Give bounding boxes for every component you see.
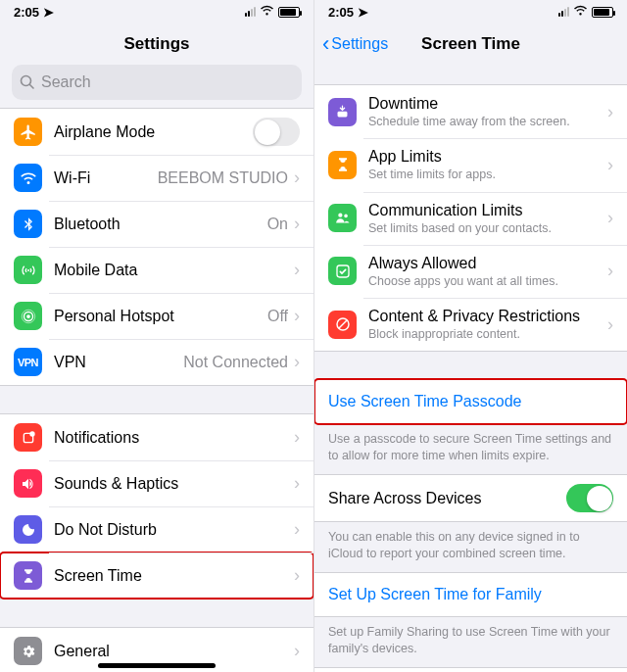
airplane-mode-row[interactable]: Airplane Mode (0, 109, 314, 155)
personal-hotspot-row[interactable]: Personal HotspotOff› (0, 293, 314, 339)
svg-rect-17 (338, 111, 348, 117)
do-not-disturb-row[interactable]: Do Not Disturb› (0, 506, 314, 552)
row-title: Sounds & Haptics (54, 474, 294, 494)
wi-fi-row[interactable]: Wi-FiBEEBOM STUDIO› (0, 155, 314, 201)
hotspot-icon (14, 302, 42, 330)
row-title: Notifications (54, 428, 294, 448)
dnd-icon (14, 515, 42, 544)
wifi-icon (14, 164, 42, 192)
location-icon: ➤ (43, 5, 54, 20)
row-title: Downtime (368, 94, 607, 114)
row-value: BEEBOM STUDIO (158, 169, 288, 187)
row-subtitle: Choose apps you want at all times. (368, 273, 607, 289)
chevron-right-icon: › (294, 306, 300, 326)
chevron-right-icon: › (294, 565, 300, 586)
toggle[interactable] (253, 118, 300, 146)
svg-point-6 (29, 431, 34, 436)
battery-icon (278, 7, 300, 18)
share-toggle[interactable] (566, 484, 613, 512)
svg-point-2 (26, 314, 30, 318)
chevron-right-icon: › (294, 519, 300, 540)
mobile-data-row[interactable]: Mobile Data› (0, 247, 314, 293)
row-title: Use Screen Time Passcode (328, 392, 613, 411)
chevron-right-icon: › (607, 314, 613, 335)
page-title: Settings (123, 34, 189, 54)
cellular-icon (245, 7, 256, 17)
row-value: On (267, 216, 288, 233)
chevron-right-icon: › (294, 260, 300, 280)
notifications-row[interactable]: Notifications› (0, 414, 314, 460)
share-across-devices-row[interactable]: Share Across Devices (314, 475, 627, 521)
chevron-right-icon: › (294, 352, 300, 372)
screen-time-row[interactable]: Screen Time› (0, 552, 314, 599)
row-subtitle: Set time limits for apps. (368, 167, 607, 182)
status-time: 2:05 (328, 5, 354, 20)
nav-bar: Settings (0, 24, 314, 65)
row-title: Share Across Devices (328, 489, 566, 508)
row-title: VPN (54, 353, 183, 372)
back-button[interactable]: ‹ Settings (322, 33, 388, 55)
app-limits-row[interactable]: App LimitsSet time limits for apps.› (314, 138, 627, 191)
search-placeholder: Search (41, 73, 91, 91)
communication-limits-row[interactable]: Communication LimitsSet limits based on … (314, 192, 627, 245)
row-value: Off (267, 308, 288, 325)
wifi-status-icon (573, 5, 588, 19)
row-title: Do Not Disturb (54, 520, 294, 540)
row-title: Always Allowed (368, 254, 607, 273)
battery-icon (592, 7, 613, 18)
chevron-right-icon: › (607, 208, 613, 228)
sounds-haptics-row[interactable]: Sounds & Haptics› (0, 460, 314, 506)
notifications-icon (14, 423, 42, 452)
row-title: Mobile Data (54, 261, 288, 280)
status-bar: 2:05➤ (314, 0, 627, 24)
chevron-right-icon: › (294, 168, 300, 188)
always-allowed-row[interactable]: Always AllowedChoose apps you want at al… (314, 245, 627, 298)
chevron-right-icon: › (607, 261, 613, 281)
applimits-icon (328, 151, 357, 179)
svg-point-19 (344, 215, 348, 218)
bluetooth-icon (14, 210, 42, 238)
setup-family-button[interactable]: Set Up Screen Time for Family (314, 573, 627, 616)
family-footer: Set up Family Sharing to use Screen Time… (314, 617, 627, 667)
turn-off-screen-time-button[interactable]: Turn Off Screen Time (314, 668, 627, 673)
downtime-row[interactable]: DowntimeSchedule time away from the scre… (314, 85, 627, 138)
chevron-right-icon: › (294, 641, 300, 661)
settings-screen: 2:05➤ Settings Search Airplane ModeWi-Fi… (0, 0, 314, 672)
vpn-row[interactable]: VPNVPNNot Connected› (0, 339, 314, 385)
cellular-icon (558, 7, 569, 17)
antenna-icon (14, 256, 42, 284)
chevron-right-icon: › (294, 427, 300, 448)
chevron-right-icon: › (294, 214, 300, 234)
use-screen-time-passcode-button[interactable]: Use Screen Time Passcode (314, 380, 627, 423)
use-passcode-row-group: Use Screen Time Passcode (314, 379, 627, 424)
row-title: Wi-Fi (54, 168, 158, 188)
status-time: 2:05 (14, 5, 39, 20)
allowed-icon (328, 257, 357, 285)
chevron-left-icon: ‹ (322, 33, 329, 55)
row-title: App Limits (368, 147, 607, 167)
back-label: Settings (331, 35, 388, 53)
search-input[interactable]: Search (12, 65, 302, 100)
nav-bar: ‹ Settings Screen Time (314, 24, 627, 65)
row-value: Not Connected (183, 354, 288, 371)
vpn-icon: VPN (14, 348, 42, 376)
page-title: Screen Time (421, 34, 520, 54)
restrict-icon (328, 311, 357, 339)
svg-line-22 (339, 320, 347, 328)
svg-line-1 (30, 85, 34, 89)
share-footer: You can enable this on any device signed… (314, 522, 627, 572)
status-bar: 2:05➤ (0, 0, 314, 24)
search-icon (20, 74, 35, 90)
row-title: Bluetooth (54, 215, 267, 234)
content-privacy-restrictions-row[interactable]: Content & Privacy RestrictionsBlock inap… (314, 298, 627, 351)
chevron-right-icon: › (607, 155, 613, 175)
row-title: General (54, 642, 294, 661)
screentime-icon (14, 561, 42, 590)
chevron-right-icon: › (294, 473, 300, 494)
row-title: Screen Time (54, 566, 294, 586)
home-indicator[interactable] (98, 663, 216, 668)
airplane-icon (14, 118, 42, 146)
passcode-footer: Use a passcode to secure Screen Time set… (314, 424, 627, 474)
bluetooth-row[interactable]: BluetoothOn› (0, 201, 314, 247)
row-subtitle: Set limits based on your contacts. (368, 220, 607, 236)
